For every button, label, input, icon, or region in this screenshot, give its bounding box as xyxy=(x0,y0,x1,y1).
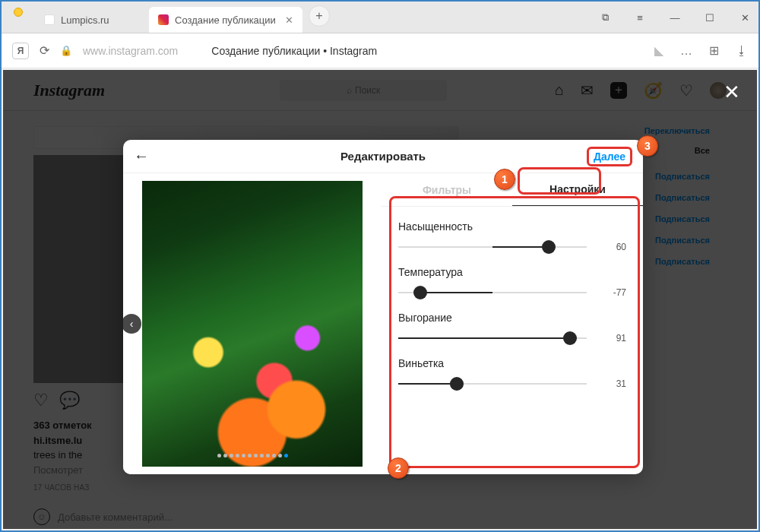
reload-icon[interactable]: ⟳ xyxy=(40,43,49,58)
slider[interactable] xyxy=(398,337,587,339)
slider[interactable] xyxy=(398,292,587,293)
tab-filters[interactable]: Фильтры xyxy=(382,173,512,206)
edit-panel: Фильтры Настройки Насыщенность60Температ… xyxy=(382,173,643,474)
annotation-number-1: 1 xyxy=(494,169,515,190)
page-title: Создание публикации • Instagram xyxy=(211,45,377,57)
tab-label: Lumpics.ru xyxy=(61,14,109,26)
url-host[interactable]: www.instagram.com xyxy=(83,45,178,57)
setting-label: Температура xyxy=(398,266,626,278)
tab-settings[interactable]: Настройки xyxy=(512,173,643,206)
close-modal-icon[interactable]: ✕ xyxy=(724,81,740,104)
settings-list: Насыщенность60Температура-77Выгорание91В… xyxy=(382,207,643,474)
next-button[interactable]: Далее xyxy=(587,147,632,166)
slider-value: 91 xyxy=(600,333,626,344)
carousel-dots xyxy=(123,454,382,458)
instagram-favicon-icon xyxy=(158,14,169,25)
slider-value: 60 xyxy=(600,242,626,252)
preview-image[interactable] xyxy=(142,181,363,467)
annotation-number-2: 2 xyxy=(388,458,409,479)
tab-instagram[interactable]: Создание публикации ✕ xyxy=(149,7,302,33)
browser-titlebar: Lumpics.ru Создание публикации ✕ + ⧉ ≡ —… xyxy=(2,2,758,33)
slider[interactable] xyxy=(398,246,587,248)
extensions-icon[interactable]: ⊞ xyxy=(709,43,719,58)
menu-icon[interactable]: ≡ xyxy=(631,12,649,24)
close-window-icon[interactable]: ✕ xyxy=(736,12,754,24)
setting-label: Выгорание xyxy=(398,312,626,324)
slider[interactable] xyxy=(398,383,587,385)
tab-lumpics[interactable]: Lumpics.ru xyxy=(35,7,149,33)
maximize-icon[interactable]: ☐ xyxy=(701,12,719,24)
lock-icon: 🔒 xyxy=(60,45,72,56)
setting-0: Насыщенность60 xyxy=(398,220,626,252)
prev-image-icon[interactable]: ‹ xyxy=(123,314,141,334)
more-icon[interactable]: … xyxy=(680,44,692,58)
setting-label: Насыщенность xyxy=(398,220,626,233)
minimize-icon[interactable]: — xyxy=(666,12,684,24)
modal-header: ← Редактировать Далее xyxy=(123,140,643,173)
close-tab-icon[interactable]: ✕ xyxy=(285,14,293,26)
pip-icon[interactable]: ⧉ xyxy=(596,11,614,24)
bookmark-icon[interactable]: ◣ xyxy=(654,43,663,58)
create-post-modal: ← Редактировать Далее ‹ Фильтры Настройк… xyxy=(123,140,643,474)
setting-2: Выгорание91 xyxy=(398,312,626,344)
slider-value: 31 xyxy=(600,378,626,389)
download-icon[interactable]: ⭳ xyxy=(736,44,748,58)
address-bar: Я ⟳ 🔒 www.instagram.com Создание публика… xyxy=(2,33,758,68)
yandex-button[interactable]: Я xyxy=(12,43,29,59)
setting-1: Температура-77 xyxy=(398,266,626,298)
image-preview: ‹ xyxy=(123,173,382,474)
favicon-icon xyxy=(44,14,55,25)
annotation-number-3: 3 xyxy=(637,135,658,157)
new-tab-button[interactable]: + xyxy=(309,5,330,27)
browser-logo-icon xyxy=(14,8,23,17)
setting-label: Виньетка xyxy=(398,357,626,369)
window-controls: ⧉ ≡ — ☐ ✕ xyxy=(596,2,754,33)
tab-label: Создание публикации xyxy=(175,14,276,26)
back-icon[interactable]: ← xyxy=(134,147,149,165)
slider-value: -77 xyxy=(600,287,626,298)
modal-title: Редактировать xyxy=(123,150,643,163)
setting-3: Виньетка31 xyxy=(398,357,626,389)
